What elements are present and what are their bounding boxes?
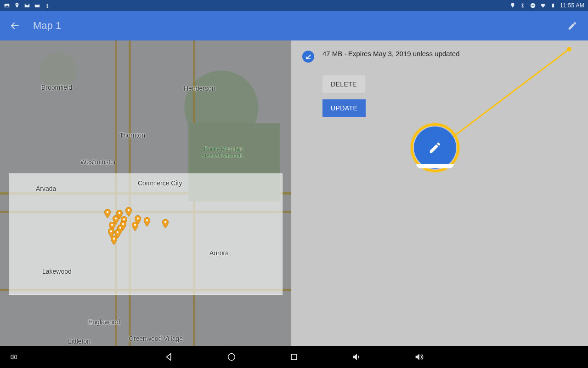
location-icon xyxy=(509,2,516,9)
status-bar-left: t xyxy=(4,2,51,9)
svg-point-21 xyxy=(164,221,166,223)
delete-button[interactable]: DELETE xyxy=(322,75,365,93)
edit-button[interactable] xyxy=(566,19,579,32)
svg-rect-7 xyxy=(552,4,554,7)
update-button[interactable]: UPDATE xyxy=(322,99,366,117)
map-pin-icon xyxy=(104,209,111,219)
map-pin-icon xyxy=(107,228,115,238)
map-pin-icon xyxy=(143,217,151,227)
edit-button-highlight[interactable] xyxy=(411,123,459,172)
svg-point-13 xyxy=(128,209,130,211)
bluetooth-icon xyxy=(520,2,526,9)
svg-rect-6 xyxy=(531,5,534,6)
detail-panel: 47 MB · Expires May 3, 2019 unless updat… xyxy=(291,40,588,346)
mail-icon xyxy=(24,2,30,9)
android-status-bar: t 11:55 AM xyxy=(0,0,588,11)
svg-rect-8 xyxy=(553,3,554,4)
svg-point-18 xyxy=(122,223,124,225)
nav-volume-down-button[interactable] xyxy=(351,351,362,363)
android-nav-bar xyxy=(0,346,588,368)
callout-endpoint-dot xyxy=(567,47,571,52)
svg-rect-24 xyxy=(11,355,17,359)
wifi-icon xyxy=(540,2,546,9)
dnd-icon xyxy=(530,2,536,9)
map-pin-icon xyxy=(119,221,127,231)
svg-point-19 xyxy=(134,224,136,226)
svg-point-26 xyxy=(228,354,235,361)
map-pin-icon xyxy=(162,219,169,229)
content-area: Rocky Mountain Arsenal National... Broom… xyxy=(0,40,588,346)
status-clock: 11:55 AM xyxy=(560,2,584,9)
maps-icon xyxy=(14,2,20,9)
svg-point-9 xyxy=(107,211,108,213)
calendar-icon xyxy=(34,2,40,9)
selection-rectangle xyxy=(9,174,282,294)
nav-back-button[interactable] xyxy=(163,351,175,363)
nav-volume-up-button[interactable] xyxy=(413,351,425,363)
screenshot-nav-icon[interactable] xyxy=(8,351,20,363)
svg-point-23 xyxy=(110,230,112,232)
svg-point-1 xyxy=(17,4,17,5)
svg-point-14 xyxy=(137,218,139,219)
svg-point-25 xyxy=(13,356,15,358)
picture-icon xyxy=(4,2,10,9)
map-pin-icon xyxy=(125,207,132,217)
battery-icon xyxy=(550,2,556,9)
pencil-icon xyxy=(428,141,442,155)
map-preview: Rocky Mountain Arsenal National... Broom… xyxy=(0,40,291,346)
svg-rect-27 xyxy=(291,354,297,360)
svg-rect-4 xyxy=(35,4,40,5)
detail-info-text: 47 MB · Expires May 3, 2019 unless updat… xyxy=(322,50,460,58)
nav-home-button[interactable] xyxy=(226,351,237,363)
back-button[interactable] xyxy=(9,20,20,31)
tumblr-icon: t xyxy=(44,2,51,9)
svg-point-12 xyxy=(123,218,125,220)
status-bar-right: 11:55 AM xyxy=(509,2,584,9)
nav-recents-button[interactable] xyxy=(288,351,300,363)
svg-point-20 xyxy=(146,219,148,221)
svg-point-22 xyxy=(111,224,113,226)
app-bar: Map 1 xyxy=(0,11,588,40)
page-title: Map 1 xyxy=(33,20,61,32)
downloaded-badge-icon xyxy=(302,51,314,63)
svg-point-11 xyxy=(119,212,120,214)
map-pin-icon xyxy=(131,222,139,232)
